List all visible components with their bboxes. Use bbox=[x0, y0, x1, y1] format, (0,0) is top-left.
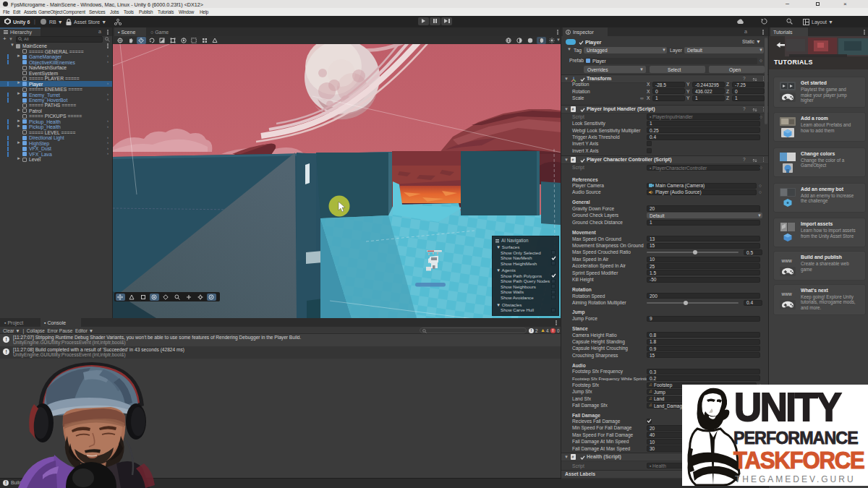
svg-text:www: www bbox=[781, 258, 792, 263]
svg-text:www: www bbox=[781, 291, 792, 296]
svg-text:TUTORIALS: TUTORIALS bbox=[774, 59, 813, 66]
